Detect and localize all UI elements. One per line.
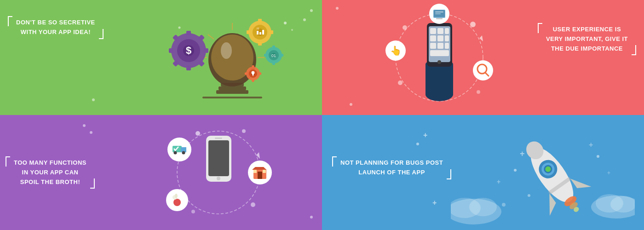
svg-rect-67 xyxy=(430,43,436,49)
svg-rect-106 xyxy=(258,172,262,179)
panel2-text: USER EXPERIENCE IS VERY IMPORTANT, GIVE … xyxy=(541,23,632,55)
svg-rect-48 xyxy=(259,73,261,75)
svg-point-102 xyxy=(175,194,178,198)
svg-point-97 xyxy=(174,151,177,155)
panel-red: USER EXPERIENCE IS VERY IMPORTANT, GIVE … xyxy=(322,0,644,115)
svg-rect-77 xyxy=(435,13,441,14)
svg-point-110 xyxy=(242,129,246,133)
deco-plus-1: + xyxy=(423,131,427,139)
svg-point-135 xyxy=(514,169,517,172)
svg-rect-70 xyxy=(430,50,449,56)
svg-point-136 xyxy=(528,194,530,197)
deco-dot-8 xyxy=(310,216,313,218)
svg-rect-2 xyxy=(216,90,248,94)
svg-text:01: 01 xyxy=(271,53,276,58)
svg-rect-26 xyxy=(258,19,262,23)
svg-rect-39 xyxy=(264,54,267,57)
svg-rect-27 xyxy=(258,42,262,46)
svg-rect-61 xyxy=(430,28,436,34)
svg-point-138 xyxy=(502,203,506,207)
svg-point-85 xyxy=(398,80,402,85)
phone-orbit-illustration: 👆 xyxy=(359,2,520,113)
deco-plus-2: + xyxy=(432,199,437,207)
main-grid: DON'T BE SO SECRETIVE WITH YOUR APP IDEA… xyxy=(0,0,644,230)
svg-rect-54 xyxy=(202,97,262,98)
svg-line-7 xyxy=(208,34,214,39)
svg-point-5 xyxy=(221,42,232,59)
svg-rect-40 xyxy=(281,54,283,57)
panel3-text: TOO MANY FUNCTIONS IN YOUR APP CAN SPOIL… xyxy=(9,156,91,189)
svg-rect-46 xyxy=(252,80,254,82)
panel-purple: TOO MANY FUNCTIONS IN YOUR APP CAN SPOIL… xyxy=(0,115,322,230)
svg-point-109 xyxy=(196,131,200,136)
svg-text:$: $ xyxy=(186,45,191,56)
panel-blue: NOT PLANNING FOR BUGS POST LAUNCH OF THE… xyxy=(322,115,644,230)
svg-text:+: + xyxy=(520,149,525,158)
svg-rect-31 xyxy=(259,32,261,34)
svg-rect-17 xyxy=(204,48,208,53)
svg-text:+: + xyxy=(589,141,593,149)
svg-point-51 xyxy=(284,22,287,24)
svg-point-98 xyxy=(182,151,185,155)
svg-rect-37 xyxy=(272,46,275,48)
svg-marker-88 xyxy=(256,152,260,159)
deco-dot-7 xyxy=(90,131,92,134)
svg-point-53 xyxy=(178,27,181,29)
deco-dot-2 xyxy=(303,18,306,21)
phone-delivery-illustration xyxy=(143,117,294,228)
panel1-text: DON'T BE SO SECRETIVE WITH YOUR APP IDEA… xyxy=(12,16,100,39)
deco-dot-5 xyxy=(350,103,352,106)
svg-rect-14 xyxy=(186,31,191,35)
svg-text:+: + xyxy=(607,170,610,176)
svg-rect-16 xyxy=(169,48,173,53)
svg-rect-29 xyxy=(270,30,273,34)
svg-point-91 xyxy=(217,177,220,180)
svg-text:👆: 👆 xyxy=(390,45,402,56)
svg-point-112 xyxy=(191,210,195,213)
svg-point-84 xyxy=(402,25,407,30)
svg-rect-69 xyxy=(445,43,449,49)
lightbulb-illustration: $ 02 xyxy=(161,5,304,110)
svg-point-115 xyxy=(469,198,497,216)
svg-rect-108 xyxy=(263,170,266,173)
svg-point-111 xyxy=(251,202,255,207)
svg-rect-107 xyxy=(253,170,257,173)
svg-text:+: + xyxy=(497,178,500,185)
svg-rect-90 xyxy=(208,140,229,176)
svg-rect-65 xyxy=(437,35,443,41)
svg-rect-45 xyxy=(252,65,254,68)
deco-dot-9 xyxy=(416,143,419,145)
panel4-text: NOT PLANNING FOR BUGS POST LAUNCH OF THE… xyxy=(336,156,448,179)
svg-point-71 xyxy=(437,60,441,64)
svg-rect-1 xyxy=(218,86,246,90)
svg-marker-56 xyxy=(479,35,483,41)
svg-rect-32 xyxy=(262,30,264,34)
panel-green: DON'T BE SO SECRETIVE WITH YOUR APP IDEA… xyxy=(0,0,322,115)
svg-rect-58 xyxy=(426,62,453,97)
svg-rect-92 xyxy=(215,138,222,139)
svg-rect-68 xyxy=(437,43,443,49)
svg-rect-62 xyxy=(437,28,443,34)
deco-dot-3 xyxy=(92,98,95,101)
svg-rect-47 xyxy=(245,73,247,75)
svg-point-83 xyxy=(470,22,476,27)
svg-marker-126 xyxy=(570,172,591,194)
svg-point-86 xyxy=(477,90,480,94)
svg-rect-76 xyxy=(435,12,443,12)
deco-dot-4 xyxy=(336,7,339,10)
svg-point-100 xyxy=(173,199,181,206)
svg-rect-15 xyxy=(186,66,191,70)
svg-rect-30 xyxy=(257,31,259,34)
svg-rect-75 xyxy=(436,18,443,19)
svg-rect-63 xyxy=(445,28,449,34)
deco-dot-1 xyxy=(310,9,313,12)
deco-dot-6 xyxy=(83,124,86,127)
rocket-illustration: + + + + xyxy=(451,120,635,230)
svg-text:02: 02 xyxy=(257,27,259,30)
svg-point-80 xyxy=(473,60,493,80)
svg-rect-64 xyxy=(430,35,436,41)
svg-rect-28 xyxy=(247,30,250,34)
svg-point-137 xyxy=(597,155,599,158)
svg-point-52 xyxy=(291,29,293,31)
svg-rect-66 xyxy=(445,35,449,41)
